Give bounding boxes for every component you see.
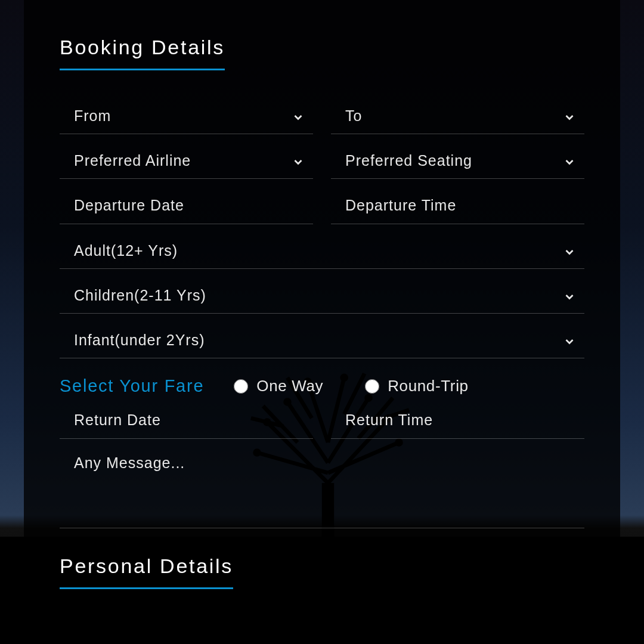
departure-time-input[interactable] <box>331 179 584 224</box>
airline-select[interactable]: Preferred Airline <box>60 134 313 179</box>
return-time-input[interactable] <box>331 401 584 439</box>
to-select[interactable]: To <box>331 89 584 134</box>
return-date-input[interactable] <box>60 401 313 439</box>
section-title-booking: Booking Details <box>60 36 225 70</box>
departure-date-input[interactable] <box>60 179 313 224</box>
fare-one-way-option[interactable]: One Way <box>234 377 323 395</box>
fare-radio-group: One Way Round-Trip <box>234 377 468 395</box>
infant-select[interactable]: Infant(under 2Yrs) <box>60 314 584 358</box>
from-select[interactable]: From <box>60 89 313 134</box>
booking-panel: Booking Details From To Preferred Airlin… <box>24 0 620 644</box>
section-title-personal: Personal Details <box>60 555 233 589</box>
children-select[interactable]: Children(2-11 Yrs) <box>60 269 584 314</box>
fare-one-way-radio[interactable] <box>234 379 248 394</box>
fare-round-trip-option[interactable]: Round-Trip <box>365 377 469 395</box>
fare-one-way-label: One Way <box>256 377 323 395</box>
adult-select[interactable]: Adult(12+ Yrs) <box>60 224 584 269</box>
fare-label: Select Your Fare <box>60 376 204 396</box>
message-textarea[interactable] <box>60 439 584 528</box>
fare-round-trip-label: Round-Trip <box>388 377 469 395</box>
seating-select[interactable]: Preferred Seating <box>331 134 584 179</box>
fare-round-trip-radio[interactable] <box>365 379 379 394</box>
